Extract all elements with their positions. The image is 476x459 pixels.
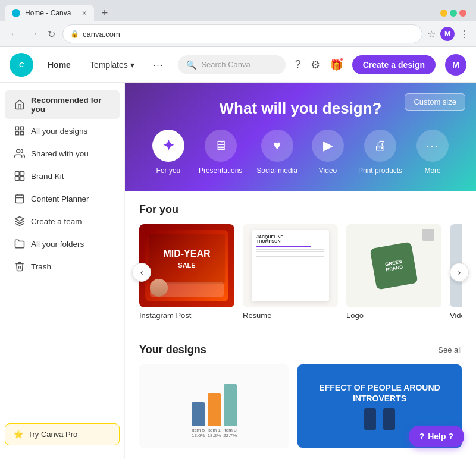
video-icon-circle: ▶ — [312, 130, 344, 162]
close-tab-button[interactable]: × — [82, 8, 87, 18]
sidebar-item-create-team[interactable]: Create a team — [5, 210, 120, 232]
presentations-label: Presentations — [199, 166, 242, 175]
logo-text: C — [19, 61, 24, 68]
sidebar-item-recommended[interactable]: Recommended for you — [5, 90, 120, 119]
sidebar-item-label: All your folders — [31, 240, 84, 249]
top-nav: C Home Templates ▾ ··· 🔍 Search Canva ? … — [0, 47, 476, 83]
for-you-label: For you — [156, 166, 181, 175]
sidebar-item-content-planner[interactable]: Content Planner — [5, 188, 120, 209]
back-button[interactable]: ← — [7, 26, 21, 42]
svg-rect-7 — [15, 177, 20, 181]
presentations-icon-circle: 🖥 — [205, 130, 237, 162]
carousel-next-button[interactable]: › — [450, 263, 469, 282]
video-label: Video — [319, 166, 337, 175]
svg-rect-5 — [15, 172, 20, 176]
more-icon-circle: ··· — [416, 130, 449, 162]
canva-logo[interactable]: C — [10, 53, 33, 77]
social-media-icon-circle: ♥ — [261, 130, 293, 162]
sidebar-item-label: All your designs — [31, 127, 87, 136]
custom-size-button[interactable]: Custom size — [405, 93, 465, 111]
hero-icon-for-you[interactable]: ✦ For you — [152, 130, 184, 175]
instagram-post-label: Instagram Post — [139, 311, 234, 320]
design-card-chart[interactable]: Item 513.6% Item 118.2% Item 322.7% — [139, 364, 289, 448]
minimize-button[interactable] — [440, 10, 447, 17]
nav-templates-link[interactable]: Templates ▾ — [85, 56, 139, 73]
for-you-title: For you — [139, 203, 178, 216]
menu-icon[interactable]: ⋮ — [459, 29, 469, 40]
notification-dot — [339, 57, 344, 62]
hero-icon-print-products[interactable]: 🖨 Print products — [358, 130, 402, 175]
instagram-post-card[interactable]: MID-YEAR SALE — [139, 224, 234, 320]
help-label: Help ? — [428, 432, 453, 441]
resume-card[interactable]: JACQUELINETHOMPSON Resume — [243, 224, 338, 320]
active-tab[interactable]: Home - Canva × — [5, 5, 94, 21]
your-designs-header: Your designs See all — [139, 344, 462, 356]
for-you-carousel-items: MID-YEAR SALE — [139, 224, 462, 320]
sidebar-item-label: Content Planner — [31, 194, 89, 203]
carousel-prev-button[interactable]: ‹ — [132, 263, 151, 282]
maximize-button[interactable] — [450, 10, 457, 17]
search-bar[interactable]: 🔍 Search Canva — [178, 55, 285, 74]
sidebar-item-label: Trash — [31, 262, 51, 271]
pro-star-icon: ⭐ — [14, 430, 23, 439]
refresh-button[interactable]: ↻ — [45, 26, 58, 42]
tab-title: Home - Canva — [25, 9, 77, 17]
user-avatar[interactable]: M — [445, 54, 466, 76]
templates-label: Templates — [90, 60, 128, 70]
video-label: Video — [450, 311, 462, 320]
svg-point-4 — [17, 149, 20, 153]
nav-home-link[interactable]: Home — [43, 56, 76, 73]
forward-button[interactable]: → — [26, 26, 40, 42]
hero-banner: Custom size What will you design? ✦ For … — [125, 83, 476, 191]
sidebar-item-brand-kit[interactable]: Brand Kit — [5, 165, 120, 187]
url-text: canva.com — [83, 30, 415, 39]
bookmark-icon[interactable]: ☆ — [427, 29, 436, 40]
more-label: More — [424, 166, 440, 175]
svg-rect-2 — [21, 132, 24, 135]
help-circle-icon[interactable]: ? — [295, 58, 301, 71]
sidebar-item-folders[interactable]: All your folders — [5, 233, 120, 254]
for-you-section: For you ‹ MID-YEAR — [125, 191, 476, 332]
sidebar-item-all-designs[interactable]: All your designs — [5, 120, 120, 142]
help-button[interactable]: ? Help ? — [409, 426, 464, 447]
address-bar-actions: ☆ M ⋮ — [427, 27, 469, 41]
hero-icon-row: ✦ For you 🖥 Presentations ♥ Social media… — [152, 130, 449, 175]
settings-icon[interactable]: ⚙ — [311, 58, 320, 71]
logo-thumbnail: GREENBRAND — [346, 224, 441, 307]
design-card-text: EFFECT OF PEOPLE AROUND INTROVERTS — [305, 382, 455, 404]
try-pro-button[interactable]: ⭐ Try Canva Pro — [5, 423, 120, 445]
for-you-icon-circle: ✦ — [152, 130, 184, 162]
sidebar-item-label: Create a team — [31, 217, 82, 226]
try-pro-label: Try Canva Pro — [28, 430, 77, 439]
nav-more-link[interactable]: ··· — [149, 56, 169, 73]
main-content: Custom size What will you design? ✦ For … — [125, 83, 476, 459]
hero-icon-more[interactable]: ··· More — [416, 130, 449, 175]
notifications-icon[interactable]: 🎁 — [330, 58, 343, 71]
address-bar[interactable]: 🔒 canva.com — [62, 24, 422, 43]
svg-rect-6 — [20, 172, 24, 176]
logo-card[interactable]: GREENBRAND Logo — [346, 224, 441, 320]
for-you-header: For you — [139, 203, 462, 216]
social-media-label: Social media — [256, 166, 298, 175]
see-all-button[interactable]: See all — [438, 345, 462, 354]
logo-label: Logo — [346, 311, 441, 320]
sidebar-item-shared[interactable]: Shared with you — [5, 143, 120, 164]
resume-thumbnail: JACQUELINETHOMPSON — [243, 224, 338, 307]
home-icon — [14, 99, 25, 110]
profile-icon[interactable]: M — [440, 27, 455, 41]
search-icon: 🔍 — [186, 60, 196, 70]
tab-favicon — [12, 9, 20, 17]
search-placeholder: Search Canva — [201, 60, 250, 69]
sidebar-item-trash[interactable]: Trash — [5, 256, 120, 277]
new-tab-button[interactable]: + — [96, 5, 113, 21]
create-design-button[interactable]: Create a design — [352, 55, 436, 74]
close-window-button[interactable] — [459, 10, 466, 17]
svg-rect-8 — [20, 177, 24, 181]
lock-icon: 🔒 — [70, 30, 79, 38]
sidebar: Recommended for you All your designs Sha… — [0, 83, 125, 459]
hero-icon-presentations[interactable]: 🖥 Presentations — [199, 130, 242, 175]
hero-icon-social-media[interactable]: ♥ Social media — [256, 130, 298, 175]
print-icon-circle: 🖨 — [364, 130, 396, 162]
hero-icon-video[interactable]: ▶ Video — [312, 130, 344, 175]
nav-right-actions: ? ⚙ 🎁 Create a design M — [295, 54, 466, 76]
